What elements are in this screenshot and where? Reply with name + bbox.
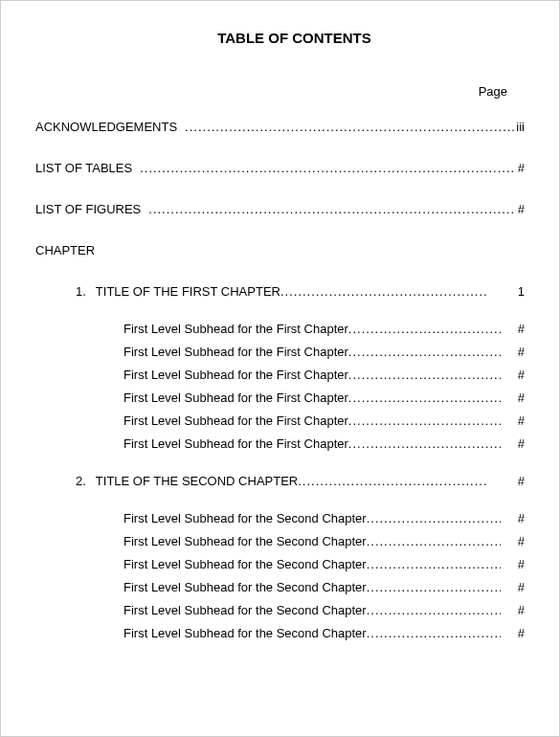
toc-subhead-entry: First Level Subhead for the Second Chapt… <box>35 626 525 640</box>
document-title: TABLE OF CONTENTS <box>35 30 525 46</box>
leader-dots <box>367 580 501 594</box>
leader-dots <box>367 534 501 548</box>
toc-page: # <box>516 557 525 571</box>
toc-entry-list-of-tables: LIST OF TABLES # <box>35 161 525 175</box>
chapter-title: TITLE OF THE FIRST CHAPTER <box>96 284 280 299</box>
toc-subhead-entry: First Level Subhead for the First Chapte… <box>35 368 525 382</box>
subhead-label: First Level Subhead for the First Chapte… <box>123 368 348 382</box>
leader-dots <box>148 202 515 216</box>
toc-page: # <box>516 391 525 405</box>
toc-page: # <box>516 626 525 640</box>
toc-label: LIST OF TABLES <box>35 161 132 175</box>
leader-dots <box>348 436 501 451</box>
subhead-label: First Level Subhead for the Second Chapt… <box>123 534 367 548</box>
subhead-label: First Level Subhead for the Second Chapt… <box>123 557 367 571</box>
subhead-label: First Level Subhead for the Second Chapt… <box>123 580 367 594</box>
leader-dots <box>185 120 514 134</box>
toc-page: # <box>516 345 525 359</box>
toc-page: # <box>516 474 525 488</box>
toc-chapter-entry: 2.TITLE OF THE SECOND CHAPTER# <box>35 474 525 488</box>
toc-entry-acknowledgements: ACKNOWLEDGEMENTS iii <box>35 120 525 134</box>
toc-subhead-entry: First Level Subhead for the First Chapte… <box>35 391 525 405</box>
leader-dots <box>367 603 501 617</box>
toc-page: # <box>516 436 525 451</box>
subhead-label: First Level Subhead for the Second Chapt… <box>123 511 367 525</box>
leader-dots <box>367 511 501 525</box>
toc-page: # <box>516 511 525 525</box>
toc-subhead-entry: First Level Subhead for the Second Chapt… <box>35 557 525 571</box>
toc-subhead-entry: First Level Subhead for the First Chapte… <box>35 413 525 428</box>
chapter-heading: CHAPTER <box>35 243 525 257</box>
subhead-label: First Level Subhead for the Second Chapt… <box>123 626 367 640</box>
toc-subhead-entry: First Level Subhead for the Second Chapt… <box>35 534 525 548</box>
leader-dots <box>367 626 501 640</box>
chapter-number: 2. <box>76 474 86 488</box>
chapter-number: 1. <box>76 284 86 299</box>
chapter-title: TITLE OF THE SECOND CHAPTER <box>96 474 298 488</box>
subhead-label: First Level Subhead for the First Chapte… <box>123 413 348 428</box>
toc-chapter-entry: 1.TITLE OF THE FIRST CHAPTER1 <box>35 284 525 299</box>
toc-page: # <box>516 202 525 216</box>
leader-dots <box>298 474 487 488</box>
subhead-label: First Level Subhead for the First Chapte… <box>123 322 348 336</box>
leader-dots <box>280 284 487 299</box>
subhead-label: First Level Subhead for the First Chapte… <box>123 391 348 405</box>
toc-page: # <box>516 161 525 175</box>
toc-subhead-entry: First Level Subhead for the Second Chapt… <box>35 580 525 594</box>
toc-label: LIST OF FIGURES <box>35 202 141 216</box>
page-column-label: Page <box>35 84 525 99</box>
leader-dots <box>367 557 501 571</box>
toc-subhead-entry: First Level Subhead for the Second Chapt… <box>35 603 525 617</box>
toc-subhead-entry: First Level Subhead for the First Chapte… <box>35 345 525 359</box>
toc-page: # <box>516 534 525 548</box>
toc-page: # <box>516 603 525 617</box>
toc-page: # <box>516 580 525 594</box>
subhead-label: First Level Subhead for the First Chapte… <box>123 345 348 359</box>
toc-label: ACKNOWLEDGEMENTS <box>35 120 177 134</box>
subhead-label: First Level Subhead for the First Chapte… <box>123 436 348 451</box>
toc-page: # <box>516 368 525 382</box>
toc-subhead-entry: First Level Subhead for the First Chapte… <box>35 322 525 336</box>
leader-dots <box>348 368 501 382</box>
leader-dots <box>348 322 501 336</box>
toc-subhead-entry: First Level Subhead for the First Chapte… <box>35 436 525 451</box>
toc-page: # <box>516 413 525 428</box>
toc-page: 1 <box>516 284 525 299</box>
toc-entry-list-of-figures: LIST OF FIGURES # <box>35 202 525 216</box>
leader-dots <box>348 345 501 359</box>
leader-dots <box>348 391 501 405</box>
toc-page: # <box>516 322 525 336</box>
toc-subhead-entry: First Level Subhead for the Second Chapt… <box>35 511 525 525</box>
subhead-label: First Level Subhead for the Second Chapt… <box>123 603 367 617</box>
leader-dots <box>348 413 501 428</box>
toc-page: iii <box>514 120 525 134</box>
leader-dots <box>140 161 516 175</box>
